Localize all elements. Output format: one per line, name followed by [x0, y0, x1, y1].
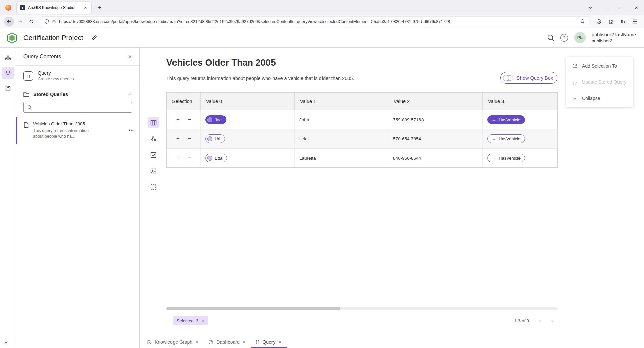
column-header-value2[interactable]: Value 2 [388, 93, 483, 110]
add-selection-to-icon [572, 63, 578, 69]
relationship-pill[interactable]: →HasVehicle [487, 115, 525, 124]
tab-close-icon[interactable]: ✕ [83, 5, 88, 11]
previous-page-icon[interactable]: ‹ [539, 317, 541, 324]
back-button[interactable] [4, 17, 14, 27]
stored-queries-search-input[interactable] [35, 105, 128, 110]
reload-button[interactable] [27, 17, 36, 26]
scrollbar-thumb[interactable] [166, 307, 340, 310]
next-page-icon[interactable]: › [551, 317, 553, 324]
table-row[interactable]: + − Etta Lauretta 846-956-8644 →HasVehic… [167, 149, 557, 167]
relationship-pill[interactable]: →HasVehicle [487, 134, 525, 143]
tab-close-icon[interactable]: ✕ [195, 340, 198, 344]
stored-queries-search[interactable] [23, 102, 132, 113]
search-icon[interactable] [547, 34, 554, 41]
clear-selection-icon[interactable]: ✕ [201, 318, 205, 323]
show-query-box-toggle[interactable] [503, 75, 513, 81]
stored-query-list-item[interactable]: Vehicles Older Than 2005 This query retu… [16, 117, 139, 144]
save-icon[interactable] [2, 82, 14, 95]
show-query-box-label: Show Query Box [516, 75, 553, 81]
selected-count-chip[interactable]: Selected: 3 ✕ [173, 316, 208, 325]
menu-item-collapse[interactable]: » Collapse [566, 90, 633, 106]
stored-queries-header[interactable]: Stored Queries [16, 86, 139, 100]
browser-tab[interactable]: ◆ ArcGIS Knowledge Studio ✕ [17, 2, 91, 14]
expand-panel-icon[interactable]: » [4, 339, 7, 345]
entity-pill[interactable]: Uri [205, 134, 225, 143]
help-icon[interactable]: ? [560, 34, 568, 42]
tab-label: Knowledge Graph [155, 339, 192, 345]
view-toolbar [148, 117, 159, 193]
new-tab-button[interactable]: + [95, 4, 104, 11]
contents-layers-icon[interactable] [2, 67, 14, 79]
browser-toolbar: https://dev0028833.esri.com/portal/apps/… [0, 15, 644, 28]
add-to-selection-icon[interactable]: + [175, 116, 181, 123]
library-icon[interactable] [618, 19, 628, 24]
edit-title-pencil-icon[interactable] [91, 35, 97, 41]
tab-query[interactable]: { } Query ✕ [251, 336, 287, 348]
remove-from-selection-icon[interactable]: − [187, 116, 192, 123]
query-contents-panel: Query Contents ✕ { } Query Create new qu… [16, 48, 140, 348]
cell-value2[interactable]: 846-956-8644 [388, 149, 483, 167]
arcgis-knowledge-logo[interactable] [7, 32, 17, 44]
menu-hamburger-icon[interactable] [630, 19, 640, 24]
bookmark-star-icon[interactable] [580, 19, 585, 24]
tab-label: Dashboard [216, 339, 240, 345]
new-query-item[interactable]: { } Query Create new queries [16, 66, 139, 86]
remove-from-selection-icon[interactable]: − [187, 135, 192, 142]
chart-view-icon[interactable] [148, 149, 159, 161]
map-view-icon[interactable] [148, 165, 159, 177]
column-header-value0[interactable]: Value 0 [201, 93, 295, 110]
column-header-selection[interactable]: Selection [167, 93, 201, 110]
menu-item-label: Add Selection To [582, 63, 617, 69]
cell-value1[interactable]: Lauretta [295, 149, 388, 167]
user-info[interactable]: publisher2 lastName publisher2 [592, 32, 636, 44]
cell-value1[interactable]: Uriel [295, 129, 388, 148]
add-to-selection-icon[interactable]: + [175, 155, 181, 161]
add-to-selection-icon[interactable]: + [175, 135, 181, 142]
minimize-button[interactable]: — [598, 0, 613, 15]
tab-list-chevron-icon[interactable] [584, 0, 598, 15]
relationship-pill[interactable]: →HasVehicle [487, 154, 525, 162]
firefox-icon[interactable] [5, 5, 11, 11]
table-row[interactable]: + − Uri Uriel 578-654-7854 →HasVehicle [167, 129, 557, 149]
remove-from-selection-icon[interactable]: − [187, 155, 192, 161]
panel-close-icon[interactable]: ✕ [128, 54, 132, 59]
forward-button[interactable] [16, 17, 25, 26]
entity-node-icon [207, 156, 212, 161]
lock-icon[interactable] [52, 19, 56, 24]
link-chart-view-icon[interactable] [148, 133, 159, 144]
tracking-shield-icon[interactable] [44, 19, 49, 24]
entity-pill[interactable]: Joe [205, 115, 226, 124]
column-header-value3[interactable]: Value 3 [483, 93, 557, 110]
table-row[interactable]: + − Joe John 759-889-57168 →HasVehicle [167, 110, 557, 129]
horizontal-scrollbar[interactable] [166, 307, 558, 310]
data-model-icon[interactable] [2, 52, 14, 64]
cell-value2[interactable]: 759-889-57168 [388, 110, 483, 129]
address-bar[interactable]: https://dev0028833.esri.com/portal/apps/… [40, 17, 589, 27]
user-name: publisher2 lastName [592, 32, 636, 38]
tab-dashboard[interactable]: Dashboard ✕ [203, 336, 251, 348]
extensions-puzzle-icon[interactable] [606, 19, 616, 24]
tab-close-icon[interactable]: ✕ [279, 340, 282, 344]
close-window-button[interactable]: ✕ [629, 0, 644, 15]
tab-knowledge-graph[interactable]: Knowledge Graph ✕ [142, 336, 203, 348]
braces-icon: { } [572, 80, 578, 85]
chevron-up-icon[interactable] [128, 93, 132, 96]
tab-close-icon[interactable]: ✕ [243, 340, 246, 344]
menu-item-update-stored-query[interactable]: { } Update Stored Query [566, 74, 633, 90]
menu-item-add-selection-to[interactable]: Add Selection To [566, 58, 633, 74]
cell-value2[interactable]: 578-654-7854 [388, 129, 483, 148]
item-options-ellipsis-icon[interactable]: ••• [129, 128, 134, 133]
query-description: This query returns information about peo… [166, 76, 354, 81]
select-marquee-icon[interactable] [148, 181, 159, 193]
url-text[interactable]: https://dev0028833.esri.com/portal/apps/… [59, 19, 577, 24]
toggle-knob[interactable] [503, 75, 509, 81]
cell-value1[interactable]: John [295, 110, 388, 129]
entity-pill[interactable]: Etta [205, 154, 227, 162]
column-header-value1[interactable]: Value 1 [295, 93, 388, 110]
user-avatar[interactable]: PL [574, 32, 586, 43]
password-shield-icon[interactable] [594, 19, 604, 24]
table-view-icon[interactable] [148, 117, 159, 128]
maximize-button[interactable]: □ [613, 0, 629, 15]
collapse-chevrons-icon: » [572, 96, 578, 101]
show-query-box-control[interactable]: Show Query Box [500, 72, 557, 84]
